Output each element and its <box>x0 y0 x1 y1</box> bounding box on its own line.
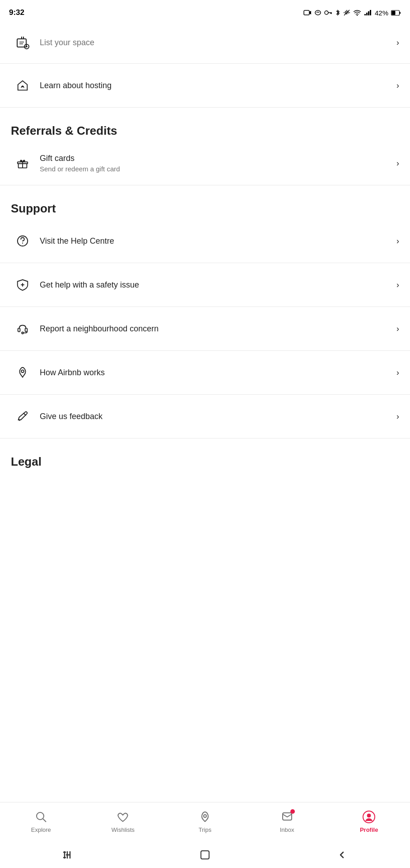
gift-cards-subtitle: Send or redeem a gift card <box>40 165 396 173</box>
trips-nav-icon <box>198 810 212 824</box>
bottom-bar-container: Explore Wishlists Trips <box>0 802 410 868</box>
svg-point-32 <box>22 332 23 334</box>
how-airbnb-works-title: How Airbnb works <box>40 368 396 377</box>
headset-icon <box>11 317 34 340</box>
battery-percent: 42% <box>375 9 388 17</box>
trips-nav-label: Trips <box>199 826 211 833</box>
help-centre-chevron: › <box>396 236 399 246</box>
svg-rect-14 <box>392 11 396 15</box>
status-bar: 9:32 <box>0 0 410 24</box>
shield-plus-icon <box>11 273 34 297</box>
neighbourhood-concern-title: Report a neighbourhood concern <box>40 324 396 334</box>
svg-rect-11 <box>368 11 369 15</box>
profile-nav-icon <box>362 810 376 824</box>
safety-issue-item[interactable]: Get help with a safety issue › <box>0 263 410 307</box>
nav-wishlists[interactable]: Wishlists <box>82 810 164 833</box>
wishlists-nav-label: Wishlists <box>112 826 135 833</box>
svg-point-38 <box>204 815 206 817</box>
svg-rect-12 <box>370 10 371 15</box>
help-circle-icon <box>11 229 34 253</box>
give-feedback-chevron: › <box>396 412 399 421</box>
pencil-icon <box>11 405 34 428</box>
help-centre-text: Visit the Help Centre <box>34 236 396 246</box>
battery-icon <box>391 10 401 16</box>
legal-title: Legal <box>11 455 399 469</box>
neighbourhood-concern-text: Report a neighbourhood concern <box>34 324 396 334</box>
inbox-nav-label: Inbox <box>280 826 294 833</box>
svg-point-2 <box>315 10 321 15</box>
main-content: List your space › Learn about hosting › … <box>0 24 410 552</box>
bluetooth-icon <box>335 9 340 16</box>
list-space-icon <box>11 31 34 54</box>
svg-point-33 <box>21 370 24 373</box>
give-feedback-text: Give us feedback <box>34 412 396 421</box>
svg-rect-30 <box>18 328 20 332</box>
svg-rect-47 <box>201 851 209 859</box>
legal-section: Legal <box>0 439 410 480</box>
learn-hosting-chevron: › <box>396 81 399 90</box>
record-icon <box>303 9 312 16</box>
svg-line-37 <box>43 819 46 822</box>
nav-trips[interactable]: Trips <box>164 810 246 833</box>
nav-inbox[interactable]: Inbox <box>246 810 328 833</box>
give-feedback-item[interactable]: Give us feedback › <box>0 395 410 439</box>
list-space-item[interactable]: List your space › <box>0 24 410 64</box>
wishlists-nav-icon <box>116 810 130 824</box>
fingerprint-icon <box>314 9 321 16</box>
mute-icon <box>343 9 350 16</box>
safety-issue-chevron: › <box>396 280 399 290</box>
safety-issue-text: Get help with a safety issue <box>34 280 396 290</box>
gift-cards-item[interactable]: Gift cards Send or redeem a gift card › <box>0 142 410 185</box>
how-airbnb-works-chevron: › <box>396 368 399 377</box>
explore-nav-icon <box>34 810 48 824</box>
status-time: 9:32 <box>9 8 24 17</box>
svg-rect-9 <box>364 14 366 15</box>
referrals-credits-title: Referrals & Credits <box>11 124 399 138</box>
referrals-credits-section: Referrals & Credits <box>0 108 410 142</box>
gift-cards-chevron: › <box>396 159 399 168</box>
how-airbnb-works-item[interactable]: How Airbnb works › <box>0 351 410 395</box>
list-space-label: List your space <box>34 38 396 47</box>
sys-back-btn[interactable] <box>328 847 355 863</box>
svg-rect-31 <box>25 328 28 332</box>
nav-explore[interactable]: Explore <box>0 810 82 833</box>
svg-point-36 <box>37 812 44 820</box>
learn-hosting-text: Learn about hosting <box>34 81 396 90</box>
how-airbnb-works-text: How Airbnb works <box>34 368 396 377</box>
signal-icon <box>364 9 372 16</box>
support-title: Support <box>11 202 399 216</box>
gift-cards-text: Gift cards Send or redeem a gift card <box>34 154 396 173</box>
sys-home-btn[interactable] <box>191 847 219 863</box>
safety-issue-title: Get help with a safety issue <box>40 280 396 290</box>
neighbourhood-concern-chevron: › <box>396 324 399 334</box>
explore-nav-label: Explore <box>31 826 51 833</box>
list-space-chevron: › <box>396 38 399 47</box>
svg-rect-0 <box>304 10 309 15</box>
home-heart-icon <box>11 74 34 97</box>
gift-cards-title: Gift cards <box>40 154 396 163</box>
sys-menu-btn[interactable] <box>55 847 82 863</box>
learn-hosting-item[interactable]: Learn about hosting › <box>0 64 410 108</box>
svg-point-3 <box>325 11 328 14</box>
svg-line-34 <box>23 413 26 416</box>
inbox-nav-icon <box>280 810 294 824</box>
svg-point-27 <box>22 243 23 244</box>
support-section: Support <box>0 185 410 219</box>
profile-nav-label: Profile <box>360 826 378 833</box>
gift-icon <box>11 151 34 175</box>
airbnb-logo-icon <box>11 361 34 384</box>
learn-hosting-title: Learn about hosting <box>40 81 396 90</box>
neighbourhood-concern-item[interactable]: Report a neighbourhood concern › <box>0 307 410 351</box>
svg-point-8 <box>357 15 358 16</box>
nav-profile[interactable]: Profile <box>328 810 410 833</box>
help-centre-item[interactable]: Visit the Help Centre › <box>0 219 410 263</box>
wifi-icon <box>353 9 361 16</box>
svg-point-40 <box>367 814 371 817</box>
system-nav <box>0 843 410 868</box>
key-icon <box>324 9 332 16</box>
status-icons: 42% <box>303 9 401 17</box>
inbox-badge-dot <box>290 809 295 814</box>
give-feedback-title: Give us feedback <box>40 412 396 421</box>
help-centre-title: Visit the Help Centre <box>40 236 396 246</box>
svg-rect-10 <box>366 13 368 15</box>
